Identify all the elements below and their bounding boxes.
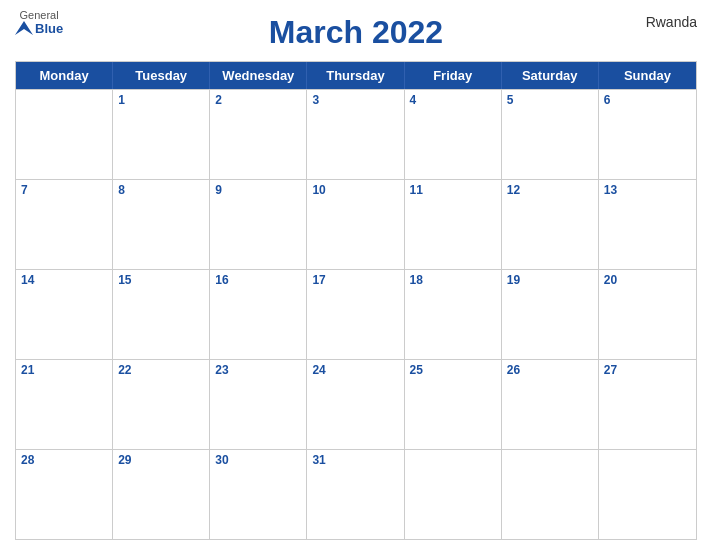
- day-number: 16: [215, 273, 301, 287]
- day-number: 7: [21, 183, 107, 197]
- calendar-day-cell: 17: [307, 270, 404, 359]
- calendar-week-row: 28293031: [16, 449, 696, 539]
- logo-blue-text: Blue: [15, 21, 63, 35]
- day-number: 30: [215, 453, 301, 467]
- day-number: 18: [410, 273, 496, 287]
- calendar-body: 1234567891011121314151617181920212223242…: [16, 89, 696, 539]
- calendar-week-row: 78910111213: [16, 179, 696, 269]
- page: General Blue March 2022 Rwanda MondayTue…: [0, 0, 712, 550]
- calendar-day-cell: 25: [405, 360, 502, 449]
- calendar-day-cell: 7: [16, 180, 113, 269]
- weekday-header-thursday: Thursday: [307, 62, 404, 89]
- weekday-header-sunday: Sunday: [599, 62, 696, 89]
- calendar-day-cell: 27: [599, 360, 696, 449]
- calendar-day-cell: 14: [16, 270, 113, 359]
- calendar-day-cell: 21: [16, 360, 113, 449]
- day-number: 15: [118, 273, 204, 287]
- calendar-day-cell: 12: [502, 180, 599, 269]
- day-number: 8: [118, 183, 204, 197]
- calendar-day-cell: 29: [113, 450, 210, 539]
- day-number: 31: [312, 453, 398, 467]
- calendar-day-cell: 10: [307, 180, 404, 269]
- weekday-header-friday: Friday: [405, 62, 502, 89]
- day-number: 28: [21, 453, 107, 467]
- calendar-week-row: 123456: [16, 89, 696, 179]
- calendar-day-cell: 1: [113, 90, 210, 179]
- day-number: 21: [21, 363, 107, 377]
- calendar-day-cell: [599, 450, 696, 539]
- calendar-day-cell: 8: [113, 180, 210, 269]
- calendar-day-cell: 4: [405, 90, 502, 179]
- day-number: 22: [118, 363, 204, 377]
- calendar-day-cell: 3: [307, 90, 404, 179]
- day-number: 14: [21, 273, 107, 287]
- calendar-day-cell: 6: [599, 90, 696, 179]
- day-number: 6: [604, 93, 691, 107]
- calendar-day-cell: 23: [210, 360, 307, 449]
- day-number: 10: [312, 183, 398, 197]
- calendar-day-cell: 15: [113, 270, 210, 359]
- day-number: 17: [312, 273, 398, 287]
- calendar-day-cell: [16, 90, 113, 179]
- weekday-header-saturday: Saturday: [502, 62, 599, 89]
- calendar-day-cell: 28: [16, 450, 113, 539]
- calendar-day-cell: 30: [210, 450, 307, 539]
- day-number: 5: [507, 93, 593, 107]
- day-number: 26: [507, 363, 593, 377]
- weekday-header-wednesday: Wednesday: [210, 62, 307, 89]
- country-label: Rwanda: [646, 14, 697, 30]
- weekday-header-tuesday: Tuesday: [113, 62, 210, 89]
- logo-bird-icon: [15, 21, 33, 35]
- calendar-day-cell: 5: [502, 90, 599, 179]
- day-number: 1: [118, 93, 204, 107]
- day-number: 11: [410, 183, 496, 197]
- day-number: 13: [604, 183, 691, 197]
- calendar-day-cell: 19: [502, 270, 599, 359]
- calendar-day-cell: 13: [599, 180, 696, 269]
- header: General Blue March 2022 Rwanda: [15, 10, 697, 55]
- logo: General Blue: [15, 10, 63, 35]
- calendar-header-row: MondayTuesdayWednesdayThursdayFridaySatu…: [16, 62, 696, 89]
- calendar-day-cell: 9: [210, 180, 307, 269]
- day-number: 9: [215, 183, 301, 197]
- day-number: 19: [507, 273, 593, 287]
- page-title: March 2022: [269, 14, 443, 51]
- calendar-day-cell: 26: [502, 360, 599, 449]
- logo-general-text: General: [20, 10, 59, 21]
- day-number: 23: [215, 363, 301, 377]
- calendar-day-cell: 18: [405, 270, 502, 359]
- calendar-day-cell: 22: [113, 360, 210, 449]
- day-number: 24: [312, 363, 398, 377]
- day-number: 3: [312, 93, 398, 107]
- day-number: 29: [118, 453, 204, 467]
- svg-marker-0: [15, 21, 33, 35]
- day-number: 4: [410, 93, 496, 107]
- day-number: 12: [507, 183, 593, 197]
- calendar-day-cell: 24: [307, 360, 404, 449]
- weekday-header-monday: Monday: [16, 62, 113, 89]
- calendar-day-cell: [405, 450, 502, 539]
- day-number: 25: [410, 363, 496, 377]
- calendar-day-cell: 20: [599, 270, 696, 359]
- day-number: 27: [604, 363, 691, 377]
- calendar-day-cell: 11: [405, 180, 502, 269]
- calendar: MondayTuesdayWednesdayThursdayFridaySatu…: [15, 61, 697, 540]
- calendar-day-cell: 16: [210, 270, 307, 359]
- calendar-day-cell: 31: [307, 450, 404, 539]
- day-number: 20: [604, 273, 691, 287]
- calendar-day-cell: [502, 450, 599, 539]
- day-number: 2: [215, 93, 301, 107]
- calendar-week-row: 14151617181920: [16, 269, 696, 359]
- calendar-week-row: 21222324252627: [16, 359, 696, 449]
- calendar-day-cell: 2: [210, 90, 307, 179]
